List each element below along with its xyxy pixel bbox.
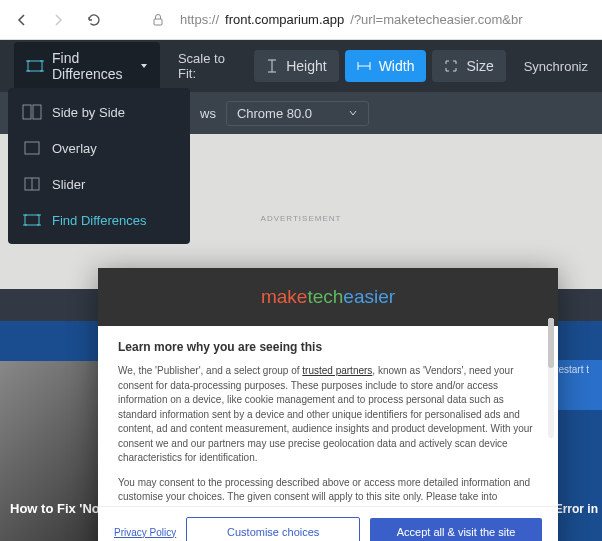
size-icon [444, 59, 458, 73]
modal-header: maketecheasier [98, 268, 558, 326]
scrollbar[interactable] [548, 326, 554, 438]
synchronize-label[interactable]: Synchroniz [524, 59, 588, 74]
dropdown-item-label: Slider [52, 177, 85, 192]
back-button[interactable] [8, 6, 36, 34]
width-icon [357, 60, 371, 72]
height-button[interactable]: Height [254, 50, 338, 82]
browser-select-label: Chrome 80.0 [237, 106, 312, 121]
url-domain: front.comparium.app [225, 12, 344, 27]
modal-paragraph-1: We, the 'Publisher', and a select group … [118, 364, 538, 466]
svg-rect-1 [28, 61, 42, 71]
dropdown-item-slider[interactable]: Slider [8, 166, 190, 202]
svg-rect-0 [154, 19, 162, 25]
ad-label: ADVERTISEMENT [261, 214, 342, 223]
url-bar[interactable]: https://front.comparium.app/?url=maketec… [180, 12, 594, 27]
height-icon [266, 59, 278, 73]
dropdown-item-side-by-side[interactable]: Side by Side [8, 94, 190, 130]
scrollbar-thumb[interactable] [548, 326, 554, 368]
overlay-icon [22, 140, 42, 156]
brand-logo: maketecheasier [261, 286, 395, 307]
svg-rect-13 [33, 105, 41, 119]
svg-rect-14 [25, 142, 39, 154]
customise-button[interactable]: Customise choices [186, 517, 360, 541]
find-diff-dropdown: Side by Side Overlay Slider Find Differe… [8, 88, 190, 244]
svg-rect-12 [23, 105, 31, 119]
size-label: Size [466, 58, 493, 74]
scale-label: Scale to Fit: [178, 51, 236, 81]
modal-heading: Learn more why you are seeing this [118, 340, 538, 354]
accept-all-button[interactable]: Accept all & visit the site [370, 518, 542, 541]
find-diff-label: Find Differences [52, 50, 132, 82]
modal-footer: Privacy Policy Customise choices Accept … [98, 506, 558, 541]
find-diff-icon [22, 212, 42, 228]
modal-body: Learn more why you are seeing this We, t… [98, 326, 558, 506]
browser-select[interactable]: Chrome 80.0 [226, 101, 369, 126]
privacy-policy-link[interactable]: Privacy Policy [114, 527, 176, 538]
slider-icon [22, 176, 42, 192]
find-diff-icon [26, 57, 44, 75]
height-label: Height [286, 58, 326, 74]
dropdown-item-label: Find Differences [52, 213, 146, 228]
side-by-side-icon [22, 104, 42, 120]
svg-rect-17 [25, 215, 39, 225]
article-title-left: How to Fix 'No [10, 501, 100, 516]
find-differences-button[interactable]: Find Differences [14, 42, 160, 90]
width-label: Width [379, 58, 415, 74]
article-title-right: Error in [555, 502, 598, 516]
size-button[interactable]: Size [432, 50, 505, 82]
forward-button[interactable] [44, 6, 72, 34]
dropdown-item-find-differences[interactable]: Find Differences [8, 202, 190, 238]
consent-modal: maketecheasier Learn more why you are se… [98, 268, 558, 541]
trusted-partners-link[interactable]: trusted partners [302, 365, 372, 376]
chevron-down-icon [348, 108, 358, 118]
reload-button[interactable] [80, 6, 108, 34]
ws-suffix: ws [200, 106, 216, 121]
lock-icon [144, 6, 172, 34]
chevron-down-icon [140, 62, 148, 70]
dropdown-item-overlay[interactable]: Overlay [8, 130, 190, 166]
width-button[interactable]: Width [345, 50, 427, 82]
modal-paragraph-2: You may consent to the processing descri… [118, 476, 538, 507]
url-scheme: https:// [180, 12, 219, 27]
dropdown-item-label: Overlay [52, 141, 97, 156]
dropdown-item-label: Side by Side [52, 105, 125, 120]
url-path: /?url=maketecheasier.com&br [350, 12, 522, 27]
